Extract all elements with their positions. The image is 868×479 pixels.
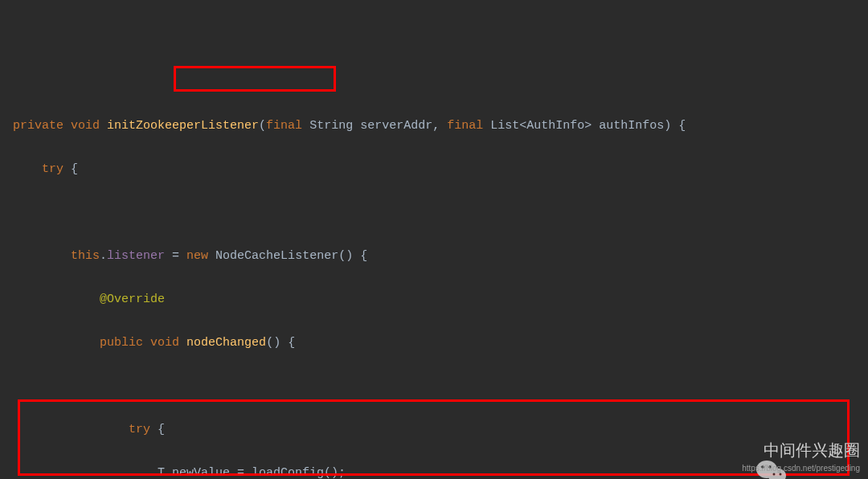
keyword-try: try <box>42 162 63 176</box>
param-serveraddr: serverAddr <box>360 119 432 133</box>
watermark: 中间件兴趣圈 <box>727 436 860 465</box>
wechat-icon <box>727 436 759 464</box>
keyword-void: void <box>150 336 179 350</box>
field-listener: listener <box>107 249 165 263</box>
method-name: initZookeeperListener <box>107 119 259 133</box>
param-authinfos: authInfos <box>599 119 664 133</box>
keyword-final: final <box>266 119 302 133</box>
code-editor[interactable]: private void initZookeeperListener(final… <box>0 87 868 479</box>
annotation-override: @Override <box>100 293 165 306</box>
keyword-new: new <box>186 249 208 263</box>
keyword-this: this <box>71 249 100 263</box>
watermark-url: https://blog.csdn.net/prestigeding <box>742 461 860 476</box>
keyword-void: void <box>71 119 100 133</box>
type-t: T <box>158 466 165 479</box>
keyword-public: public <box>100 336 143 350</box>
var-newvalue: newValue <box>172 466 230 479</box>
type-list: List<AuthInfo> <box>490 119 592 133</box>
call-loadconfig: loadConfig <box>252 466 324 479</box>
method-nodechanged: nodeChanged <box>186 336 266 350</box>
keyword-try: try <box>129 423 150 436</box>
keyword-final: final <box>447 119 483 133</box>
type-nodecachelistener: NodeCacheListener <box>215 249 338 263</box>
keyword-private: private <box>13 119 63 133</box>
type-string: String <box>309 119 353 133</box>
